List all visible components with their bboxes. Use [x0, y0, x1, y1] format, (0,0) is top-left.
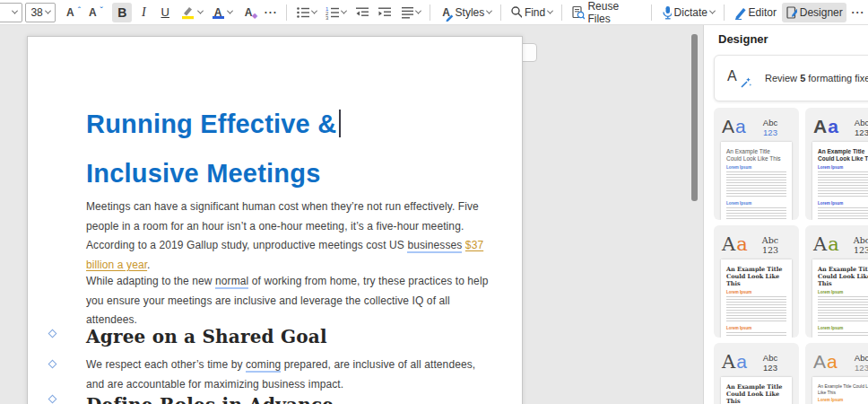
clear-formatting-icon: A ◆ [241, 4, 256, 21]
font-sample: Aa [813, 351, 838, 373]
more-font-options-button[interactable]: ··· [261, 3, 281, 22]
find-button[interactable]: Find [507, 3, 556, 22]
shrink-font-button[interactable]: A ˇ [85, 3, 106, 22]
page-preview: An Example Title Could Look Like This Lo… [721, 377, 792, 404]
numbering-button[interactable]: 123 [322, 3, 350, 22]
toolbar-divider [286, 4, 287, 21]
grow-font-icon: ˆ [78, 5, 81, 14]
page-preview: An Example Title Could Look Like This Lo… [721, 259, 792, 338]
design-template-card[interactable]: Aa Abc123 An Example Title Could Look Li… [714, 343, 799, 404]
chevron-down-icon [415, 8, 421, 14]
review-fixes-label: Review 5 formatting fixes [765, 73, 868, 83]
editor-pen-icon [733, 5, 746, 20]
format-wand-icon: A [727, 68, 749, 88]
decrease-indent-button[interactable] [352, 3, 372, 22]
font-size-value: 38 [30, 6, 42, 19]
page-preview: An Example Title Could Look Like This Lo… [812, 259, 868, 338]
font-name-combobox[interactable] [0, 3, 22, 22]
editor-button[interactable]: Editor [730, 3, 780, 22]
page-preview: An Example Title Could Look Like This Lo… [721, 142, 792, 220]
vertical-scrollbar[interactable] [691, 34, 698, 201]
text-cursor [339, 110, 341, 137]
highlight-color-button[interactable] [177, 3, 205, 22]
styles-icon: A [439, 4, 452, 21]
grow-font-button[interactable]: A ˆ [63, 3, 83, 22]
chevron-down-icon [45, 8, 51, 14]
svg-text:3: 3 [326, 14, 329, 20]
page-preview: An Example Title Could Look Like This Lo… [812, 142, 868, 220]
ribbon-toolbar: 38 A ˆ A ˇ B I U A [0, 0, 868, 25]
chevron-down-icon [12, 8, 18, 14]
clear-formatting-button[interactable]: A ◆ [238, 3, 259, 22]
outdent-icon [355, 5, 369, 20]
font-sample: Aa [722, 351, 748, 373]
styles-button[interactable]: A Styles [436, 3, 495, 22]
design-template-card[interactable]: Aa Abc123 An Example Title Could Look Li… [805, 108, 868, 220]
font-size-combobox[interactable]: 38 [25, 3, 56, 22]
editor-suggestion[interactable]: businesses [407, 239, 462, 253]
paragraph-3: We respect each other’s time by coming p… [86, 356, 494, 394]
toolbar-divider [724, 4, 725, 21]
toolbar-divider [651, 4, 652, 21]
word-window: 38 A ˆ A ˇ B I U A [0, 0, 868, 404]
reuse-files-icon [571, 5, 585, 20]
paragraph-2: While adapting to the new normal of work… [86, 272, 494, 330]
design-templates-grid: Aa Abc123 An Example Title Could Look Li… [714, 108, 868, 404]
increase-indent-button[interactable] [374, 3, 395, 22]
chevron-down-icon [709, 8, 716, 14]
toolbar-divider [500, 4, 501, 21]
design-template-card[interactable]: Aa Abc123 An Example Title Could Look Li… [714, 225, 799, 338]
reuse-files-button[interactable]: Reuse Files [568, 3, 645, 22]
design-template-card[interactable]: Aa Abc123 An Example Title Could Look Li… [805, 225, 868, 338]
bullet-list-icon [296, 5, 309, 20]
indent-icon [378, 5, 391, 20]
font-sample: Aa [813, 233, 840, 255]
chevron-down-icon [227, 8, 233, 14]
highlighter-icon [180, 4, 195, 21]
font-color-button[interactable]: A [207, 3, 236, 22]
section-heading-partial: Define Roles in Advance [86, 394, 499, 404]
font-color-icon: A [211, 4, 225, 21]
align-justify-icon [401, 5, 414, 20]
font-sample: Aa [813, 116, 839, 137]
page-preview: An Example Title Could Look Like This Lo… [812, 377, 868, 404]
chevron-down-icon [486, 8, 492, 14]
font-sample: Aa [722, 233, 749, 255]
design-template-card[interactable]: Aa Abc123 An Example Title Could Look Li… [714, 108, 799, 220]
search-icon [510, 5, 522, 19]
italic-button[interactable]: I [134, 3, 153, 22]
more-ribbon-button[interactable]: ··· [848, 3, 868, 22]
chevron-down-icon [311, 8, 317, 14]
underline-button[interactable]: U [155, 3, 175, 22]
design-template-card[interactable]: Aa Abc123 An Example Title Could Look Li… [805, 343, 868, 404]
designer-panel: Designer A Review 5 formatting fixes Aa … [703, 25, 868, 404]
bullets-button[interactable] [292, 3, 320, 22]
toolbar-divider [430, 4, 430, 21]
document-title: Running Effective & Inclusive Meetings [86, 100, 499, 198]
designer-icon [786, 5, 797, 20]
editor-suggestion[interactable]: normal [215, 275, 248, 289]
chevron-down-icon [341, 8, 347, 14]
font-sample: Aa [722, 116, 747, 137]
editor-suggestion[interactable]: coming [246, 358, 281, 373]
dictate-button[interactable]: Dictate [657, 3, 718, 22]
toolbar-divider [561, 4, 562, 21]
chevron-down-icon [197, 8, 204, 14]
designer-button[interactable]: Designer [782, 3, 846, 22]
section-heading: Agree on a Shared Goal [86, 326, 499, 347]
review-formatting-fixes-button[interactable]: A Review 5 formatting fixes [714, 55, 868, 101]
paragraph-1: Meetings can have a significant human co… [86, 198, 494, 275]
chevron-down-icon [547, 8, 553, 14]
panel-title: Designer [718, 32, 768, 46]
numbered-list-icon: 123 [326, 5, 339, 20]
alignment-button[interactable] [397, 3, 425, 22]
bold-button[interactable]: B [112, 3, 132, 22]
document-canvas: Running Effective & Inclusive Meetings M… [0, 25, 703, 404]
document-page[interactable]: Running Effective & Inclusive Meetings M… [27, 36, 523, 404]
microphone-icon [661, 5, 672, 20]
shrink-font-icon: ˇ [100, 5, 103, 14]
